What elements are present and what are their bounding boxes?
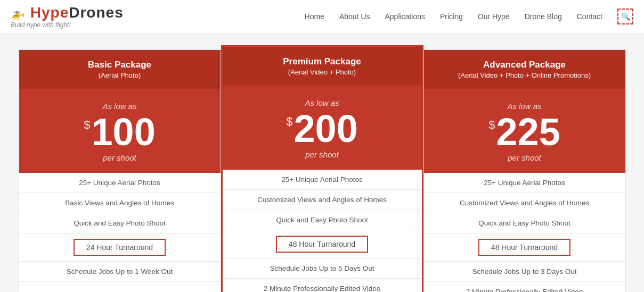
advanced-turnaround-box: 48 Hour Turnaround (478, 239, 570, 256)
premium-as-low-as: As low as (229, 98, 415, 107)
premium-feature-3: Quick and Easy Photo Shoot (223, 210, 422, 230)
nav-ourhype[interactable]: Our Hype (478, 12, 510, 21)
basic-pkg-name: Basic Package (26, 60, 214, 70)
advanced-pkg-sub: (Aerial Video + Photo + Online Promotion… (430, 71, 619, 79)
nav-contact[interactable]: Contact (577, 12, 602, 21)
advanced-per-shoot: per shoot (430, 153, 619, 162)
basic-feature-3: Quick and Easy Photo Shoot (19, 213, 221, 233)
nav-about[interactable]: About Us (339, 12, 370, 21)
nav-links: Home About Us Applications Pricing Our H… (305, 9, 633, 24)
pricing-section: Basic Package (Aerial Photo) As low as $… (0, 34, 644, 292)
basic-feature-2: Basic Views and Angles of Homes (19, 193, 221, 213)
logo-tagline: Build hype with flight! (11, 21, 124, 29)
basic-card: Basic Package (Aerial Photo) As low as $… (19, 49, 221, 292)
advanced-dollar: $ (488, 118, 495, 132)
premium-header: Premium Package (Aerial Video + Photo) (223, 47, 422, 86)
advanced-as-low-as: As low as (430, 102, 619, 111)
premium-price-block: As low as $ 200 per shoot (223, 86, 422, 170)
basic-dollar: $ (84, 118, 90, 132)
logo-drones: Drones (69, 4, 123, 21)
premium-per-shoot: per shoot (229, 150, 415, 159)
advanced-turnaround-row: 48 Hour Turnaround (424, 233, 625, 262)
basic-as-low-as: As low as (26, 102, 214, 111)
premium-dollar: $ (286, 115, 292, 129)
premium-price: 200 (294, 110, 358, 148)
premium-pkg-name: Premium Package (229, 56, 415, 67)
basic-header: Basic Package (Aerial Photo) (19, 50, 221, 89)
advanced-feature-2: Customized Views and Angles of Homes (424, 193, 625, 213)
basic-price: 100 (92, 113, 156, 151)
logo-hype: Hype (30, 4, 69, 21)
premium-card: Premium Package (Aerial Video + Photo) A… (221, 45, 423, 292)
premium-feature-after-2: 2 Minute Professionally Edited Video (223, 279, 422, 292)
premium-features: 25+ Unique Aerial Photos Customized View… (223, 170, 422, 292)
advanced-feature-1: 25+ Unique Aerial Photos (424, 173, 625, 193)
basic-price-block: As low as $ 100 per shoot (19, 89, 221, 173)
premium-turnaround-box: 48 Hour Turnaround (276, 236, 368, 253)
nav-applications[interactable]: Applications (385, 12, 425, 21)
basic-price-row: $ 100 (26, 113, 214, 151)
advanced-price-row: $ 225 (430, 113, 619, 151)
basic-feature-1: 25+ Unique Aerial Photos (19, 173, 221, 193)
basic-feature-after-2: – (19, 282, 221, 292)
nav-droneblog[interactable]: Drone Blog (525, 12, 562, 21)
brand-name: 🚁 HypeDrones (11, 4, 124, 21)
nav-home[interactable]: Home (305, 12, 324, 21)
advanced-features: 25+ Unique Aerial Photos Customized View… (424, 173, 625, 292)
premium-feature-after-1: Schedule Jobs Up to 5 Days Out (223, 258, 422, 279)
advanced-header: Advanced Package (Aerial Video + Photo +… (424, 50, 625, 89)
advanced-price: 225 (496, 113, 560, 151)
advanced-price-block: As low as $ 225 per shoot (424, 89, 625, 173)
premium-pkg-sub: (Aerial Video + Photo) (229, 68, 415, 76)
basic-turnaround-box: 24 Hour Turnaround (74, 239, 166, 256)
advanced-feature-after-1: Schedule Jobs Up to 3 Days Out (424, 262, 625, 282)
basic-features: 25+ Unique Aerial Photos Basic Views and… (19, 173, 221, 292)
basic-feature-after-1: Schedule Jobs Up to 1 Week Out (19, 262, 221, 282)
advanced-pkg-name: Advanced Package (430, 60, 619, 70)
premium-feature-1: 25+ Unique Aerial Photos (223, 170, 422, 190)
premium-turnaround-row: 48 Hour Turnaround (223, 230, 422, 258)
basic-turnaround-row: 24 Hour Turnaround (19, 233, 221, 262)
search-button[interactable]: 🔍 (617, 9, 633, 24)
basic-pkg-sub: (Aerial Photo) (26, 71, 214, 79)
premium-price-row: $ 200 (229, 110, 415, 148)
navbar: 🚁 HypeDrones Build hype with flight! Hom… (0, 0, 644, 34)
advanced-feature-3: Quick and Easy Photo Shoot (424, 213, 625, 233)
advanced-card: Advanced Package (Aerial Video + Photo +… (423, 49, 626, 292)
logo: 🚁 HypeDrones Build hype with flight! (11, 4, 124, 29)
advanced-feature-after-2: 2 Minute Professionally Edited Video (424, 282, 625, 292)
nav-pricing[interactable]: Pricing (440, 12, 463, 21)
premium-feature-2: Customized Views and Angles of Homes (223, 190, 422, 210)
basic-per-shoot: per shoot (26, 153, 214, 162)
